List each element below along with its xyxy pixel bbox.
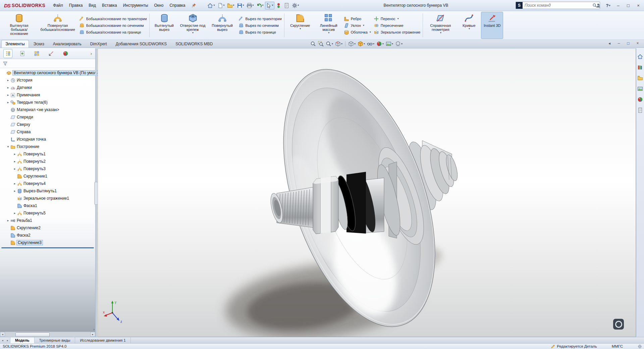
tree-item-fillet1[interactable]: Скругление1 xyxy=(0,172,95,180)
expand-arrow-icon[interactable]: ▸ xyxy=(13,182,17,185)
open-button[interactable]: ▾ xyxy=(226,2,235,9)
dropdown-caret-icon[interactable]: ▾ xyxy=(401,43,402,45)
expand-arrow-icon[interactable]: ▸ xyxy=(6,86,10,89)
extruded-boss-button[interactable]: Вытянутая бобышка/основание xyxy=(1,12,38,39)
section-view-button[interactable]: ▾ xyxy=(335,41,343,47)
tree-item-chamfer2[interactable]: Фаска2 xyxy=(0,232,95,239)
tab-addins[interactable]: Добавления SOLIDWORKS xyxy=(112,40,171,48)
hide-show-items-button[interactable]: ▾ xyxy=(367,41,375,47)
view-orientation-button[interactable]: ▾ xyxy=(348,41,356,47)
propertymanager-tab[interactable] xyxy=(18,49,27,58)
tab-motion-study[interactable]: Исследование движения 1 xyxy=(75,337,130,343)
print-button[interactable]: ▾ xyxy=(246,2,255,9)
tree-item-history[interactable]: ▸ История xyxy=(0,77,95,84)
menu-tools[interactable]: Инструменты xyxy=(120,2,151,9)
tab-3d-views[interactable]: Трехмерные виды xyxy=(35,337,75,343)
apply-scene-button[interactable]: ▾ xyxy=(385,41,393,47)
manager-tabs-overflow-button[interactable]: › xyxy=(91,51,92,56)
menu-file[interactable]: Файл xyxy=(50,2,66,9)
hole-wizard-button[interactable]: Отверстие под крепеж ▾ xyxy=(178,12,208,39)
swept-boss-button[interactable]: Бобышка/основание по траектории xyxy=(79,16,147,21)
linear-pattern-button[interactable]: Линейный массив ▾ xyxy=(315,12,342,39)
dropdown-caret-icon[interactable]: ▾ xyxy=(328,32,329,34)
expand-arrow-icon[interactable]: ▸ xyxy=(6,219,10,222)
filter-icon[interactable] xyxy=(3,61,8,66)
tab-scroll-right-button[interactable]: ▸ xyxy=(5,339,10,342)
help-button[interactable]: ?▾ xyxy=(604,2,612,10)
tab-scroll-left-button[interactable]: ◂ xyxy=(0,339,5,342)
display-style-button[interactable]: ▾ xyxy=(357,41,365,47)
draft-button[interactable]: Уклон ▾ xyxy=(344,23,371,28)
maximize-button[interactable]: □ xyxy=(624,2,633,10)
configurationmanager-tab[interactable] xyxy=(32,49,41,58)
dropdown-caret-icon[interactable]: ▾ xyxy=(373,43,374,45)
move-button[interactable]: Перенос ▾ xyxy=(374,16,421,21)
pin-menu-button[interactable] xyxy=(190,2,198,8)
tab-model[interactable]: Модель xyxy=(10,337,35,343)
fillet-button[interactable]: Скругление ▾ xyxy=(285,12,315,39)
expand-arrow-icon[interactable]: ▸ xyxy=(13,152,17,156)
tree-item-annotations[interactable]: ▸ Примечания xyxy=(0,91,95,99)
rib-button[interactable]: Ребро xyxy=(344,16,371,21)
options-button[interactable]: ▾ xyxy=(291,2,300,9)
user-account-icon[interactable] xyxy=(594,2,602,10)
collapse-arrow-icon[interactable]: ▾ xyxy=(6,145,10,148)
tree-item-revolve5[interactable]: ▸ Повернуть5 xyxy=(0,209,95,217)
command-search-box[interactable]: S ▾ xyxy=(516,2,600,9)
previous-view-button[interactable]: ▾ xyxy=(325,41,333,47)
tab-sketch[interactable]: Эскиз xyxy=(30,40,48,48)
menu-edit[interactable]: Правка xyxy=(66,2,86,9)
tree-item-front-plane[interactable]: Спереди xyxy=(0,113,95,121)
dropdown-caret-icon[interactable]: ▾ xyxy=(363,24,364,27)
view-settings-button[interactable]: ▾ xyxy=(395,41,403,47)
mirror-button[interactable]: Зеркальное отражение xyxy=(374,30,421,35)
expand-arrow-icon[interactable]: ▸ xyxy=(6,93,10,97)
tree-item-fillet3[interactable]: Скругление3 xyxy=(0,239,95,246)
dropdown-caret-icon[interactable]: ▾ xyxy=(341,43,342,45)
tree-item-mirror1[interactable]: Зеркальное отражение1 xyxy=(0,195,95,202)
displaymanager-tab[interactable] xyxy=(61,49,70,58)
tab-dimxpert[interactable]: DimXpert xyxy=(86,40,111,48)
doc-minimize-button[interactable]: – xyxy=(616,41,622,46)
dimxpertmanager-tab[interactable] xyxy=(47,49,56,58)
panel-horizontal-scrollbar[interactable]: ◂ ▸ xyxy=(0,332,95,337)
revolved-cut-button[interactable]: Повернутый вырез xyxy=(208,12,237,39)
dropdown-caret-icon[interactable]: ▾ xyxy=(354,43,356,45)
expand-arrow-icon[interactable]: ▸ xyxy=(13,189,17,193)
minimize-button[interactable]: – xyxy=(614,2,623,10)
dropdown-caret-icon[interactable]: ▾ xyxy=(364,43,365,45)
menu-insert[interactable]: Вставка xyxy=(99,2,120,9)
file-explorer-button[interactable] xyxy=(637,75,643,81)
new-document-button[interactable]: ▾ xyxy=(216,2,226,9)
menu-view[interactable]: Вид xyxy=(86,2,99,9)
tree-item-cut-extrude1[interactable]: ▸ Вырез-Вытянуть1 xyxy=(0,187,95,195)
tree-item-fillet2[interactable]: Скругление2 xyxy=(0,224,95,232)
resources-home-button[interactable] xyxy=(637,54,643,59)
boundary-cut-button[interactable]: Вырез по границе xyxy=(238,30,282,35)
select-tool-button[interactable]: ▾ xyxy=(265,2,274,9)
save-button[interactable]: ▾ xyxy=(236,2,245,9)
rollback-bar[interactable] xyxy=(1,247,94,248)
dropdown-caret-icon[interactable]: ▾ xyxy=(370,31,371,34)
instant3d-button[interactable]: Instant 3D xyxy=(481,12,503,39)
featuremanager-tab[interactable] xyxy=(3,49,12,58)
dropdown-caret-icon[interactable]: ▾ xyxy=(382,43,384,45)
graphics-viewport[interactable]: y x z xyxy=(98,48,636,337)
rebuild-button[interactable] xyxy=(275,2,282,9)
design-library-button[interactable] xyxy=(637,64,643,70)
search-input[interactable] xyxy=(523,3,591,8)
menu-window[interactable]: Окно xyxy=(151,2,167,9)
expand-arrow-icon[interactable]: ▸ xyxy=(13,211,17,215)
dropdown-caret-icon[interactable]: ▾ xyxy=(392,43,393,45)
extruded-cut-button[interactable]: Вытянутый вырез xyxy=(151,12,178,39)
shell-button[interactable]: Оболочка ▾ xyxy=(344,30,371,35)
swept-cut-button[interactable]: Вырез по траектории xyxy=(238,16,282,21)
lofted-cut-button[interactable]: Вырез по сечениям xyxy=(238,23,282,28)
model-3d-view[interactable] xyxy=(98,48,636,337)
tree-item-revolve1[interactable]: ▸ Повернуть1 xyxy=(0,150,95,158)
dropdown-caret-icon[interactable]: ▾ xyxy=(192,32,194,34)
doc-restore-button[interactable]: □ xyxy=(625,41,631,46)
file-properties-button[interactable] xyxy=(283,2,290,9)
home-button[interactable]: ▾ xyxy=(206,2,216,9)
boundary-boss-button[interactable]: Бобышка/основание на границе xyxy=(79,30,147,35)
